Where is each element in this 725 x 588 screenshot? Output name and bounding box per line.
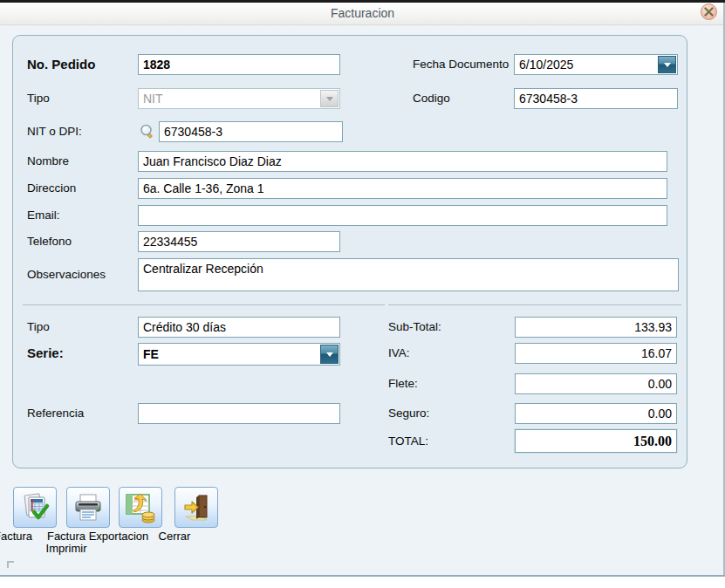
tipo-documento-combo: NIT (138, 88, 340, 109)
cerrar-button-label: Cerrar (159, 530, 191, 543)
factura-button-label: Factura (0, 530, 32, 543)
nit-dpi-input[interactable] (159, 121, 343, 142)
fecha-documento-label: Fecha Documento (413, 54, 509, 75)
total-label: TOTAL: (388, 429, 428, 453)
serie-value: FE (143, 344, 318, 365)
section-divider-left (23, 304, 385, 305)
no-pedido-input[interactable] (138, 54, 340, 75)
telefono-input[interactable] (138, 231, 340, 252)
direccion-label: Direccion (27, 178, 76, 199)
section-divider-right (388, 304, 681, 305)
iva-input[interactable] (515, 343, 677, 364)
chevron-down-icon (664, 63, 671, 67)
email-input[interactable] (138, 205, 667, 226)
factura-imprimir-button-label: Factura Imprimir (39, 530, 93, 555)
serie-label: Serie: (27, 343, 64, 364)
subtotal-input[interactable] (515, 317, 677, 338)
close-icon (704, 7, 714, 17)
tipo-documento-value: NIT (143, 89, 318, 108)
nombre-label: Nombre (27, 151, 69, 172)
cerrar-button[interactable] (174, 487, 218, 528)
titlebar: Facturacion (0, 3, 725, 25)
fecha-documento-dropdown-button[interactable] (658, 56, 676, 73)
fecha-documento-combo[interactable]: 6/10/2025 (514, 54, 678, 75)
telefono-label: Telefono (27, 231, 72, 252)
tipo-documento-label: Tipo (27, 88, 50, 109)
email-label: Email: (27, 205, 60, 226)
subtotal-label: Sub-Total: (388, 317, 441, 338)
chevron-down-icon (326, 352, 333, 357)
tipo-pago-input[interactable] (138, 317, 340, 338)
observaciones-textarea[interactable]: Centralizar Recepción (138, 258, 679, 291)
resize-grip (7, 561, 14, 568)
seguro-input[interactable] (515, 403, 677, 424)
exportacion-button[interactable] (119, 487, 162, 528)
exit-door-icon (181, 492, 212, 523)
referencia-label: Referencia (27, 403, 84, 424)
no-pedido-label: No. Pedido (27, 54, 95, 75)
codigo-input[interactable] (514, 88, 678, 109)
tipo-pago-label: Tipo (27, 317, 50, 338)
serie-dropdown-button[interactable] (320, 345, 339, 364)
fecha-documento-value: 6/10/2025 (519, 55, 656, 74)
iva-label: IVA: (388, 343, 410, 364)
seguro-label: Seguro: (388, 403, 429, 424)
close-button[interactable] (701, 3, 717, 20)
printer-icon (72, 492, 104, 523)
direccion-input[interactable] (138, 178, 667, 199)
tipo-documento-dropdown-button (320, 90, 339, 107)
codigo-label: Codigo (413, 88, 450, 109)
window-bottom-border (0, 575, 725, 577)
nombre-input[interactable] (138, 151, 667, 172)
invoice-check-icon (19, 492, 51, 523)
factura-imprimir-button[interactable] (66, 487, 110, 528)
nit-dpi-label: NIT o DPI: (27, 121, 82, 142)
flete-input[interactable] (515, 373, 677, 394)
invoice-panel: No. Pedido Fecha Documento 6/10/2025 Tip… (12, 35, 687, 468)
exportacion-button-label: Exportacion (89, 530, 149, 543)
search-icon[interactable] (139, 123, 156, 140)
export-spreadsheet-coins-icon (124, 491, 157, 524)
factura-button[interactable] (13, 487, 57, 528)
observaciones-label: Observaciones (27, 258, 106, 291)
window-title: Facturacion (0, 3, 725, 24)
chevron-down-icon (326, 97, 333, 101)
serie-combo[interactable]: FE (138, 343, 340, 366)
total-input[interactable] (515, 429, 677, 453)
flete-label: Flete: (388, 373, 418, 394)
referencia-input[interactable] (138, 403, 340, 424)
